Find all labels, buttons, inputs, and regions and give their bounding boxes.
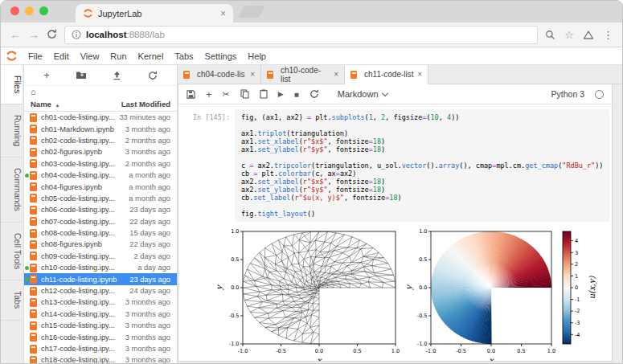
kernel-name[interactable]: Python 3 <box>551 89 584 99</box>
file-modified: a day ago <box>137 264 170 272</box>
file-row[interactable]: ch12-code-listing.ipy...24 days ago <box>24 285 177 297</box>
svg-text:1: 1 <box>575 273 578 280</box>
file-modified: a month ago <box>129 194 170 202</box>
home-icon[interactable]: ⌂ <box>31 87 36 96</box>
file-row[interactable]: ch08-code-listing.ipy...15 days ago <box>24 227 177 239</box>
close-window-button[interactable] <box>10 6 19 15</box>
file-row[interactable]: ch01-code-listing.ipy...33 minutes ago <box>24 112 177 123</box>
paste-cells-icon[interactable] <box>260 89 268 99</box>
search-icon[interactable] <box>545 30 555 40</box>
zoom-window-button[interactable] <box>39 6 48 15</box>
bookmark-star-icon[interactable]: ☆ <box>564 29 574 41</box>
file-row[interactable]: ch17-code-listing.ipy...3 months ago <box>24 343 177 354</box>
reload-icon[interactable] <box>47 29 57 41</box>
file-modified: 2 months ago <box>125 160 170 168</box>
info-icon[interactable] <box>72 30 81 39</box>
address-bar[interactable]: localhost:8888/lab <box>64 26 538 44</box>
file-name: ch03-code-listing.ipy... <box>41 160 125 168</box>
file-row[interactable]: ch06-code-listing.ipy...23 days ago <box>24 204 177 215</box>
file-row[interactable]: ch11-code-listing.ipynb23 days ago <box>24 273 177 284</box>
svg-text:4: 4 <box>575 238 578 244</box>
kernel-status-icon[interactable] <box>595 90 604 99</box>
stop-kernel-icon[interactable]: ■ <box>294 90 299 99</box>
menu-item-edit[interactable]: Edit <box>48 51 75 61</box>
file-row[interactable]: ch09-code-listing.ipy...2 days ago <box>24 251 177 262</box>
file-row[interactable]: ch14-code-listing.ipy...3 months ago <box>24 309 177 320</box>
file-row[interactable]: ch02-code-listing.ipy...2 months ago <box>24 135 177 146</box>
save-icon[interactable] <box>186 90 195 99</box>
file-name: ch02-figures.ipynb <box>41 148 125 156</box>
sidebar-tab-files[interactable]: Files <box>1 65 23 104</box>
file-row[interactable]: ch01-Markdown.ipynb3 months ago <box>24 123 177 134</box>
dock-tab-ch04-code-lis[interactable]: ch04-code-lis× <box>178 65 261 84</box>
dock-tab-ch11-code-list[interactable]: ch11-code-list× <box>345 65 428 84</box>
file-row[interactable]: ch02-figures.ipynb3 months ago <box>24 146 177 157</box>
cell-code-editor[interactable]: fig, (ax1, ax2) = plt.subplots(1, 2, fig… <box>235 109 609 222</box>
menu-item-kernel[interactable]: Kernel <box>133 51 170 61</box>
close-tab-icon[interactable]: × <box>417 70 422 79</box>
breadcrumb[interactable]: ⌂ <box>24 86 177 99</box>
run-cell-icon[interactable]: ▶ <box>278 90 284 98</box>
forward-icon[interactable]: → <box>28 29 39 40</box>
notebook-file-icon <box>267 71 273 79</box>
file-row[interactable]: ch04-figures.ipynba month ago <box>24 181 177 192</box>
new-launcher-icon[interactable]: + <box>43 70 50 80</box>
file-row[interactable]: ch13-code-listing.ipy...3 months ago <box>24 297 177 308</box>
running-indicator <box>25 301 29 305</box>
file-row[interactable]: ch08-figures.ipynb22 days ago <box>24 239 177 250</box>
sidebar-tab-commands[interactable]: Commands <box>1 157 23 223</box>
close-tab-icon[interactable]: × <box>250 70 255 79</box>
cell-type-dropdown[interactable]: Markdown <box>338 89 387 99</box>
sort-by-name-header[interactable]: Name ▲ <box>31 100 121 108</box>
restart-kernel-icon[interactable] <box>309 89 319 99</box>
file-row[interactable]: ch05-code-listing.ipy...a month ago <box>24 193 177 204</box>
notebook-content[interactable]: In [145]: fig, (ax1, ax2) = plt.subplots… <box>178 104 612 361</box>
new-folder-icon[interactable] <box>76 71 87 80</box>
menu-item-file[interactable]: File <box>23 51 48 61</box>
sidebar-tab-tabs[interactable]: Tabs <box>1 280 23 320</box>
url-host: localhost <box>86 30 126 39</box>
sidebar-tab-running[interactable]: Running <box>1 104 23 157</box>
file-name: ch04-figures.ipynb <box>41 183 129 191</box>
close-tab-icon[interactable]: × <box>334 70 338 79</box>
file-row[interactable]: ch03-code-listing.ipy...2 months ago <box>24 158 177 170</box>
menu-item-run[interactable]: Run <box>105 51 132 61</box>
notebook-file-icon <box>30 171 37 180</box>
code-cell[interactable]: In [145]: fig, (ax1, ax2) = plt.subplots… <box>183 109 604 222</box>
refresh-icon[interactable] <box>148 71 158 80</box>
file-row[interactable]: ch10-code-listing.ipy...a day ago <box>24 262 177 273</box>
file-row[interactable]: ch16-code-listing.ipy...3 months ago <box>24 331 177 342</box>
file-row[interactable]: ch18-code-listing.ipy...3 months ago <box>24 354 177 364</box>
sidebar-tab-cell-tools[interactable]: Cell Tools <box>1 223 23 280</box>
dock-tab-ch10-code-list[interactable]: ch10-code-list× <box>261 65 345 84</box>
notebook-file-icon <box>30 113 37 122</box>
cut-cells-icon[interactable]: ✂ <box>223 89 230 100</box>
running-indicator <box>25 243 29 247</box>
add-cell-icon[interactable]: + <box>206 88 212 100</box>
notebook-file-icon <box>30 298 37 307</box>
close-tab-icon[interactable]: × <box>220 8 226 19</box>
sort-by-modified-header[interactable]: Last Modified <box>121 100 170 108</box>
svg-text:-3: -3 <box>575 320 580 326</box>
menu-item-tabs[interactable]: Tabs <box>169 51 199 61</box>
new-tab-button[interactable] <box>238 6 265 18</box>
file-row[interactable]: ch07-code-listing.ipy...22 days ago <box>24 216 177 227</box>
minimize-window-button[interactable] <box>25 6 34 15</box>
running-indicator <box>25 289 29 293</box>
browser-tab[interactable]: JupyterLab × <box>76 4 233 22</box>
upload-icon[interactable] <box>113 71 121 80</box>
copy-cells-icon[interactable] <box>240 89 249 99</box>
menu-item-view[interactable]: View <box>75 51 105 61</box>
back-icon[interactable]: ← <box>10 29 21 40</box>
browser-menu-icon[interactable]: ⋮ <box>603 29 613 41</box>
notebook-file-icon <box>30 275 37 284</box>
notebook-file-icon <box>30 309 37 318</box>
menu-item-settings[interactable]: Settings <box>199 51 243 61</box>
file-row[interactable]: ch04-code-listing.ipy...a month ago <box>24 170 177 181</box>
notebook-file-icon <box>30 333 37 342</box>
file-browser-toolbar: + <box>24 65 177 86</box>
file-row[interactable]: ch15-code-listing.ipy...3 months ago <box>24 320 177 331</box>
menu-item-help[interactable]: Help <box>242 51 272 61</box>
svg-text:-1.0: -1.0 <box>229 341 240 347</box>
extension-icon[interactable] <box>583 30 594 40</box>
